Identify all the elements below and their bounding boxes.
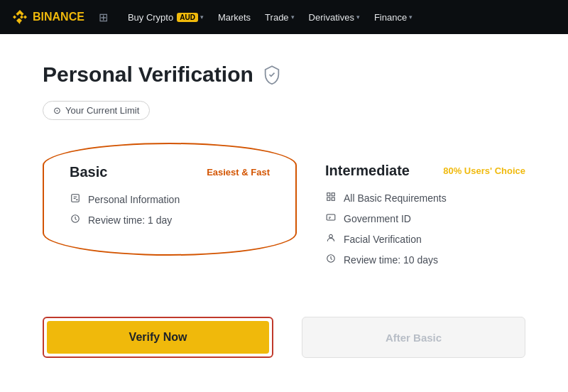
navbar: BINANCE ⊞ Buy Crypto AUD ▾ Markets Trade… — [0, 0, 568, 34]
gov-id-label: Government ID — [344, 213, 411, 224]
clock-icon-2 — [325, 254, 337, 266]
buttons-row: Verify Now After Basic — [43, 317, 525, 358]
basic-card-header: Basic Easiest & Fast — [70, 164, 270, 180]
binance-logo-icon — [11, 9, 28, 26]
finance-chevron: ▾ — [409, 13, 413, 21]
logo[interactable]: BINANCE — [11, 9, 84, 26]
cards-row: Basic Easiest & Fast Personal Informatio… — [43, 143, 525, 294]
grid-small-icon — [325, 192, 337, 204]
review-time-label: Review time: 1 day — [88, 214, 172, 226]
face-icon — [325, 233, 337, 245]
intermediate-item-facial: Facial Verification — [325, 233, 525, 245]
verify-now-button[interactable]: Verify Now — [47, 321, 269, 354]
finance-label: Finance — [374, 12, 407, 23]
logo-text: BINANCE — [33, 11, 84, 23]
svg-rect-0 — [72, 195, 80, 202]
personal-info-icon — [70, 193, 81, 205]
basic-card-badge: Easiest & Fast — [207, 167, 270, 178]
all-basic-label: All Basic Requirements — [344, 192, 447, 204]
grid-icon[interactable]: ⊞ — [99, 11, 108, 24]
svg-point-11 — [329, 234, 333, 238]
trade-chevron: ▾ — [291, 13, 295, 21]
nav-finance[interactable]: Finance ▾ — [368, 9, 418, 26]
svg-rect-6 — [327, 197, 330, 200]
svg-rect-4 — [327, 193, 330, 196]
nav-markets[interactable]: Markets — [212, 9, 256, 26]
basic-card-title: Basic — [70, 164, 107, 180]
basic-item-review-time: Review time: 1 day — [70, 214, 270, 226]
aud-badge: AUD — [177, 13, 198, 22]
page-title-text: Personal Verification — [43, 62, 253, 87]
nav-buy-crypto[interactable]: Buy Crypto AUD ▾ — [122, 9, 209, 26]
shield-icon — [262, 65, 282, 85]
svg-rect-5 — [332, 193, 334, 196]
main-content: Personal Verification ⊙ Your Current Lim… — [0, 34, 568, 386]
your-current-limit-button[interactable]: ⊙ Your Current Limit — [43, 101, 150, 120]
derivatives-chevron: ▾ — [356, 13, 360, 21]
intermediate-card-title: Intermediate — [325, 163, 410, 179]
intermediate-item-review-time: Review time: 10 days — [325, 254, 525, 266]
basic-card: Basic Easiest & Fast Personal Informatio… — [43, 143, 297, 256]
intermediate-item-basic-reqs: All Basic Requirements — [325, 192, 525, 204]
personal-info-label: Personal Information — [88, 194, 180, 205]
limit-btn-label: Your Current Limit — [65, 105, 139, 116]
nav-links: Buy Crypto AUD ▾ Markets Trade ▾ Derivat… — [122, 9, 557, 26]
derivatives-label: Derivatives — [309, 12, 354, 23]
svg-rect-7 — [332, 197, 334, 200]
verify-now-wrapper: Verify Now — [43, 317, 273, 358]
intermediate-card-badge: 80% Users' Choice — [443, 165, 525, 176]
intermediate-card: Intermediate 80% Users' Choice All Basic… — [325, 143, 525, 294]
facial-verification-label: Facial Verification — [344, 234, 422, 245]
intermediate-card-header: Intermediate 80% Users' Choice — [325, 163, 525, 179]
basic-item-personal-info: Personal Information — [70, 193, 270, 205]
page-title: Personal Verification — [43, 62, 525, 87]
after-basic-button: After Basic — [302, 317, 525, 358]
nav-derivatives[interactable]: Derivatives ▾ — [303, 9, 366, 26]
nav-trade[interactable]: Trade ▾ — [259, 9, 300, 26]
intermediate-review-time-label: Review time: 10 days — [344, 254, 438, 266]
intermediate-item-gov-id: Government ID — [325, 212, 525, 224]
clock-icon — [70, 214, 81, 226]
trade-label: Trade — [265, 12, 288, 23]
buy-crypto-chevron: ▾ — [200, 13, 204, 21]
markets-label: Markets — [218, 12, 251, 23]
limit-icon: ⊙ — [53, 105, 61, 116]
id-card-icon — [325, 212, 337, 224]
buy-crypto-label: Buy Crypto — [128, 12, 173, 23]
